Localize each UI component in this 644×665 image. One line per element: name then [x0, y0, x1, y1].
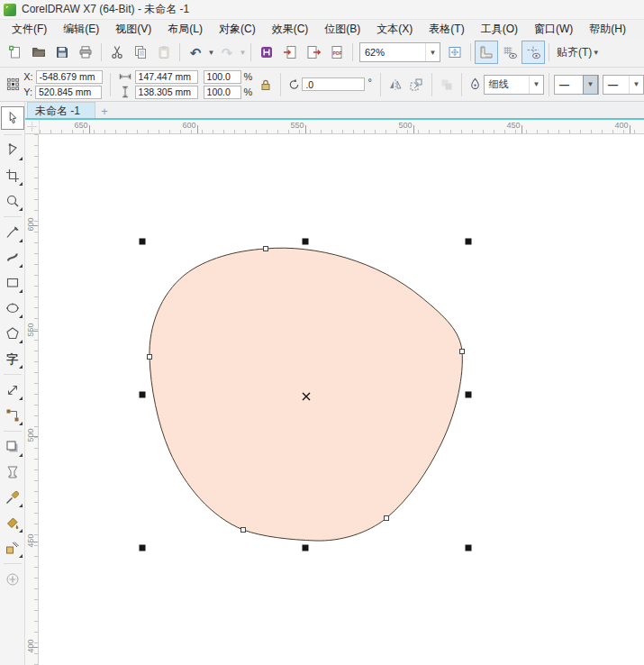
interactive-fill-tool[interactable]: [2, 512, 23, 533]
toolbox-separator: [4, 431, 22, 432]
object-height-input[interactable]: [135, 86, 198, 99]
scale-vertical-input[interactable]: [204, 86, 241, 99]
start-arrowhead-select[interactable]: — ▼: [603, 75, 644, 95]
ellipse-tool[interactable]: [2, 297, 23, 319]
outline-width-select[interactable]: 细线 ▼: [484, 75, 544, 95]
menu-effects[interactable]: 效果(C): [264, 20, 317, 39]
flyout-arrow-icon: [19, 264, 23, 268]
convert-to-curves-button[interactable]: [406, 73, 427, 96]
polygon-tool[interactable]: [2, 323, 23, 344]
transparency-tool[interactable]: [2, 461, 23, 483]
selection-handle[interactable]: [140, 392, 146, 398]
document-tab[interactable]: 未命名 -1: [27, 102, 95, 118]
combine-button[interactable]: [437, 73, 458, 96]
menu-layout[interactable]: 布局(L): [159, 20, 211, 39]
publish-pdf-button[interactable]: PDF: [325, 41, 349, 64]
open-button[interactable]: [27, 41, 50, 64]
save-button[interactable]: [50, 41, 74, 64]
rotation-angle-input[interactable]: [302, 77, 365, 91]
shape-tool[interactable]: [2, 140, 23, 161]
rectangle-tool[interactable]: [2, 272, 23, 294]
chevron-down-icon[interactable]: ▼: [239, 49, 247, 57]
color-eyedropper-tool[interactable]: [2, 487, 23, 508]
vertical-ruler[interactable]: 600550500450400: [25, 134, 39, 665]
redo-button[interactable]: ↷: [215, 41, 239, 64]
mirror-horizontal-button[interactable]: [385, 73, 406, 96]
curve-node[interactable]: [460, 350, 465, 354]
drop-shadow-tool[interactable]: [2, 436, 23, 458]
curve-node[interactable]: [148, 355, 152, 360]
menu-object[interactable]: 对象(C): [211, 20, 264, 39]
h-ruler-label: 650: [74, 121, 87, 130]
menu-edit[interactable]: 编辑(E): [55, 20, 107, 39]
menu-window[interactable]: 窗口(W): [526, 20, 581, 39]
object-width-input[interactable]: [135, 70, 198, 84]
snap-to-button[interactable]: 贴齐(T)▼: [553, 43, 603, 62]
new-document-button[interactable]: [4, 41, 27, 64]
y-position-input[interactable]: [35, 86, 102, 99]
menu-text[interactable]: 文本(X): [368, 20, 421, 39]
selection-handle[interactable]: [303, 239, 309, 245]
text-tool[interactable]: 字: [2, 348, 23, 369]
curve-node[interactable]: [264, 247, 268, 251]
search-content-button[interactable]: [255, 41, 278, 64]
pick-tool[interactable]: [1, 106, 24, 130]
x-position-input[interactable]: [36, 70, 103, 84]
print-button[interactable]: [74, 41, 97, 64]
zoom-level-select[interactable]: 62%▼: [359, 42, 440, 62]
selection-handle[interactable]: [140, 545, 146, 551]
zoom-tool[interactable]: [2, 190, 23, 212]
svg-text:PDF: PDF: [333, 50, 342, 56]
chevron-down-icon: ▼: [583, 75, 598, 95]
selection-handle[interactable]: [140, 239, 146, 245]
percent-sign: %: [244, 71, 253, 82]
undo-button[interactable]: ↶: [184, 41, 207, 64]
export-button[interactable]: [302, 41, 325, 64]
rotation-icon: [286, 76, 302, 94]
menu-table[interactable]: 表格(T): [421, 20, 472, 39]
selection-handle[interactable]: [303, 545, 309, 551]
add-tools-button[interactable]: [2, 569, 23, 590]
selection-handle[interactable]: [466, 545, 472, 551]
menu-view[interactable]: 视图(V): [107, 20, 159, 39]
full-screen-preview-button[interactable]: [443, 41, 467, 64]
search-content-icon: [259, 45, 274, 59]
curve-node[interactable]: [385, 516, 389, 521]
crop-tool[interactable]: [2, 165, 23, 187]
curve-node[interactable]: [241, 528, 246, 533]
show-rulers-button[interactable]: [475, 41, 498, 64]
import-button[interactable]: [278, 41, 302, 64]
scale-horizontal-input[interactable]: [204, 70, 241, 84]
x-position-label: X:: [23, 71, 32, 82]
new-tab-button[interactable]: +: [95, 105, 113, 118]
h-ruler-tick: [197, 125, 198, 133]
chevron-down-icon[interactable]: ▼: [207, 49, 215, 57]
selection-handle[interactable]: [466, 239, 472, 245]
object-height-icon: [118, 85, 132, 99]
v-ruler-label: 550: [26, 322, 35, 338]
parallel-dimension-tool[interactable]: [2, 379, 23, 401]
menu-tools[interactable]: 工具(O): [473, 20, 526, 39]
smart-fill-tool[interactable]: [2, 537, 23, 559]
flyout-arrow-icon: [19, 289, 23, 293]
cut-button[interactable]: [105, 41, 129, 64]
drawing-canvas[interactable]: [39, 134, 644, 665]
selection-handle[interactable]: [466, 392, 472, 398]
copy-icon: [133, 45, 148, 59]
artistic-media-tool[interactable]: [2, 247, 23, 269]
selected-curve-object[interactable]: [150, 248, 462, 541]
v-ruler-label: 400: [26, 638, 35, 654]
line-style-select[interactable]: — ▼: [554, 75, 599, 95]
horizontal-ruler[interactable]: 650600550500450400: [40, 120, 644, 133]
flyout-arrow-icon: [19, 182, 23, 186]
show-guidelines-button[interactable]: [522, 41, 545, 64]
connector-tool[interactable]: [2, 405, 23, 426]
copy-button[interactable]: [129, 41, 152, 64]
paste-button[interactable]: [152, 41, 176, 64]
menu-bitmaps[interactable]: 位图(B): [316, 20, 368, 39]
freehand-tool[interactable]: [2, 222, 23, 243]
lock-ratio-button[interactable]: [255, 73, 276, 96]
show-grid-button[interactable]: [498, 41, 522, 64]
menu-help[interactable]: 帮助(H): [581, 20, 634, 39]
menu-file[interactable]: 文件(F): [4, 20, 55, 39]
